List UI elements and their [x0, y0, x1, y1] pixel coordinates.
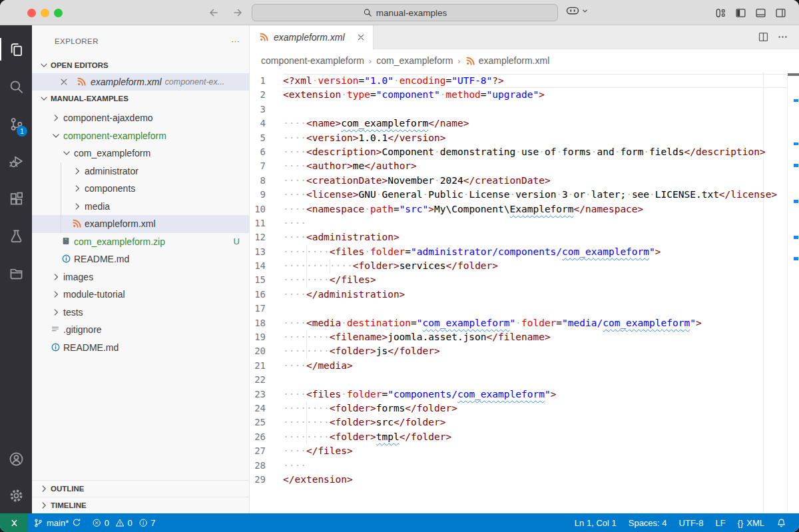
tree-item-exampleform-xml[interactable]: exampleform.xml: [32, 215, 249, 233]
activity-item-folder-explorer[interactable]: [0, 254, 32, 292]
open-editor-exampleform[interactable]: exampleform.xml component-ex...: [32, 73, 249, 91]
breadcrumb-item-folder[interactable]: component-exampleform: [261, 55, 364, 66]
close-icon[interactable]: [59, 77, 69, 87]
overview-ruler[interactable]: [787, 72, 799, 513]
tree-item-com-exampleform-zip[interactable]: com_exampleform.zipU: [32, 233, 249, 251]
toggle-secondary-sidebar-button[interactable]: [774, 6, 787, 19]
branch-name: main*: [47, 518, 69, 528]
info-count: 7: [150, 518, 155, 528]
activity-item-accounts[interactable]: [0, 440, 32, 477]
code-line-13[interactable]: 13········<files·folder="administrator/c…: [250, 245, 799, 259]
git-branch-icon: [33, 518, 43, 528]
code-line-8[interactable]: 8····<creationDate>November·2024</creati…: [250, 174, 799, 188]
code-line-17[interactable]: 17: [250, 302, 799, 316]
tree-item-images[interactable]: images: [32, 268, 249, 286]
extensions-icon: [9, 191, 24, 206]
nav-back-button[interactable]: [206, 5, 221, 20]
code-line-20[interactable]: 20········<folder>js</folder>: [250, 344, 799, 358]
tree-item-tests[interactable]: tests: [32, 304, 249, 322]
explorer-actions-button[interactable]: ···: [231, 37, 240, 45]
git-status-badge: U: [234, 236, 240, 246]
eol-status[interactable]: LF: [709, 513, 731, 532]
toggle-primary-sidebar-button[interactable]: [734, 6, 747, 19]
tree-item-label: .gitignore: [63, 324, 102, 335]
line-content: ····: [283, 459, 306, 473]
code-line-28[interactable]: 28····: [250, 459, 799, 473]
line-content: ········<folder>forms</folder>: [283, 401, 457, 415]
activity-item-run-debug[interactable]: [0, 142, 32, 180]
code-line-22[interactable]: 22: [250, 373, 799, 387]
code-editor[interactable]: 1<?xml·version="1.0"·encoding="UTF-8"?>2…: [250, 72, 799, 513]
code-line-1[interactable]: 1<?xml·version="1.0"·encoding="UTF-8"?>: [250, 74, 799, 88]
tree-item-component-exampleform[interactable]: component-exampleform: [32, 127, 249, 145]
code-line-16[interactable]: 16····</administration>: [250, 288, 799, 302]
notifications-bell[interactable]: [770, 513, 792, 532]
code-line-27[interactable]: 27····</files>: [250, 444, 799, 458]
window-minimize-button[interactable]: [41, 9, 49, 17]
tree-item-label: administrator: [85, 166, 138, 176]
window-zoom-button[interactable]: [54, 9, 63, 17]
code-line-19[interactable]: 19········<filename>joomla.asset.json</f…: [250, 330, 799, 344]
outline-section-header[interactable]: OUTLINE: [32, 480, 249, 497]
code-line-7[interactable]: 7····<author>me</author>: [250, 159, 799, 173]
breadcrumb-item-file[interactable]: exampleform.xml: [465, 55, 550, 66]
code-line-26[interactable]: 26········<folder>tmpl</folder>: [250, 430, 799, 444]
line-number: 12: [250, 230, 283, 244]
activity-item-settings[interactable]: [0, 477, 32, 513]
activity-item-source-control[interactable]: 1: [0, 105, 32, 142]
run-debug-icon: [9, 154, 24, 169]
tree-item--gitignore[interactable]: .gitignore: [32, 321, 249, 339]
git-branch-status[interactable]: main*: [28, 513, 87, 532]
tree-item-administrator[interactable]: administrator: [32, 162, 249, 180]
code-line-15[interactable]: 15········</files>: [250, 273, 799, 287]
editor-more-actions-button[interactable]: [777, 31, 788, 43]
open-editors-header[interactable]: OPEN EDITORS: [32, 57, 249, 73]
code-line-29[interactable]: 29</extension>: [250, 473, 799, 487]
line-content: ····<license>GNU·General·Public·License·…: [283, 188, 777, 202]
code-line-10[interactable]: 10····<namespace·path="src">My\Component…: [250, 202, 799, 216]
command-center-search[interactable]: manual-examples: [252, 4, 558, 21]
code-line-9[interactable]: 9····<license>GNU·General·Public·License…: [250, 188, 799, 202]
problems-status[interactable]: 0 0 7: [87, 513, 164, 532]
tree-item-readme-md[interactable]: README.md: [32, 339, 249, 357]
code-line-4[interactable]: 4····<name>com_exampleform</name>: [250, 117, 799, 131]
code-line-11[interactable]: 11····: [250, 216, 799, 230]
toggle-panel-button[interactable]: [754, 6, 767, 19]
breadcrumb-item-subfolder[interactable]: com_exampleform: [376, 55, 453, 66]
split-editor-button[interactable]: [758, 31, 769, 43]
tab-exampleform-xml[interactable]: exampleform.xml: [250, 25, 374, 49]
code-line-25[interactable]: 25········<folder>src</folder>: [250, 415, 799, 429]
tab-close-icon[interactable]: [356, 32, 366, 43]
nav-forward-button[interactable]: [230, 5, 245, 20]
timeline-section-header[interactable]: TIMELINE: [32, 497, 249, 513]
tree-item-com-exampleform[interactable]: com_exampleform: [32, 144, 249, 162]
code-line-21[interactable]: 21····</media>: [250, 359, 799, 373]
indentation-status[interactable]: Spaces: 4: [623, 513, 673, 532]
tree-item-module-tutorial[interactable]: module-tutorial: [32, 286, 249, 304]
code-line-24[interactable]: 24········<folder>forms</folder>: [250, 401, 799, 415]
customize-layout-button[interactable]: [714, 6, 727, 19]
code-line-12[interactable]: 12····<administration>: [250, 230, 799, 244]
activity-item-testing[interactable]: [0, 217, 32, 254]
code-line-5[interactable]: 5····<version>1.0.1</version>: [250, 131, 799, 145]
code-line-14[interactable]: 14············<folder>services</folder>: [250, 259, 799, 273]
language-mode-status[interactable]: {} XML: [732, 513, 770, 532]
tree-item-media[interactable]: media: [32, 198, 249, 216]
code-line-18[interactable]: 18····<media·destination="com_examplefor…: [250, 316, 799, 330]
tree-item-readme-md[interactable]: README.md: [32, 250, 249, 268]
activity-item-search[interactable]: [0, 68, 32, 105]
workspace-section-header[interactable]: MANUAL-EXAMPLES: [32, 91, 249, 107]
code-line-2[interactable]: 2<extension·type="component"·method="upg…: [250, 88, 799, 102]
code-line-3[interactable]: 3: [250, 103, 799, 117]
copilot-menu[interactable]: [566, 5, 589, 17]
remote-indicator[interactable]: [0, 513, 28, 532]
encoding-status[interactable]: UTF-8: [673, 513, 710, 532]
tree-item-component-ajaxdemo[interactable]: component-ajaxdemo: [32, 109, 249, 127]
code-line-23[interactable]: 23····<files·folder="components/com_exam…: [250, 388, 799, 401]
window-close-button[interactable]: [27, 9, 36, 17]
code-line-6[interactable]: 6····<description>Component·demonstratin…: [250, 145, 799, 159]
activity-item-explorer[interactable]: [0, 31, 32, 68]
tree-item-components[interactable]: components: [32, 180, 249, 198]
activity-item-extensions[interactable]: [0, 180, 32, 217]
cursor-position-status[interactable]: Ln 1, Col 1: [569, 513, 623, 532]
